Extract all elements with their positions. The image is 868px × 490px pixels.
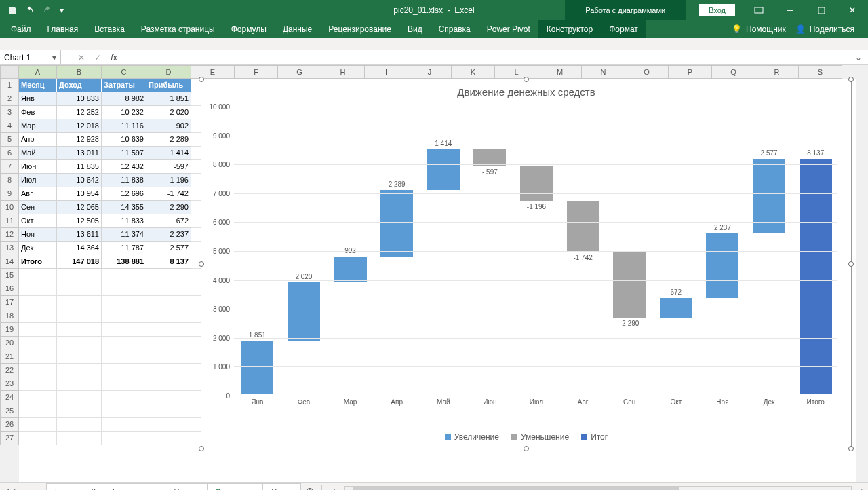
- cell[interactable]: [146, 309, 191, 323]
- cell[interactable]: [57, 309, 102, 323]
- tab-chart-design[interactable]: Конструктор: [538, 20, 601, 38]
- row-header[interactable]: 23: [0, 377, 19, 391]
- cell[interactable]: 12 505: [57, 214, 102, 228]
- cell[interactable]: [102, 418, 146, 432]
- save-icon[interactable]: [4, 2, 20, 18]
- row-header[interactable]: 12: [0, 228, 19, 242]
- cell[interactable]: 12 252: [57, 106, 102, 119]
- cell[interactable]: [19, 269, 57, 282]
- cell[interactable]: [146, 404, 191, 418]
- ribbon-display-icon[interactable]: [743, 0, 774, 20]
- waterfall-bar[interactable]: 1 414: [427, 149, 460, 190]
- column-header[interactable]: O: [625, 65, 669, 79]
- cell[interactable]: 11 838: [102, 174, 146, 187]
- cell[interactable]: -2 290: [146, 201, 191, 214]
- cancel-formula-icon[interactable]: ✕: [73, 53, 90, 62]
- cell[interactable]: 10 639: [102, 133, 146, 147]
- cell[interactable]: 10 954: [57, 187, 102, 201]
- cell[interactable]: [102, 391, 146, 404]
- cell[interactable]: Фев: [19, 106, 57, 119]
- cell[interactable]: [19, 404, 57, 418]
- row-header[interactable]: 3: [0, 106, 19, 119]
- cell[interactable]: [102, 404, 146, 418]
- sheet-next-icon[interactable]: ▸: [14, 486, 18, 490]
- cell[interactable]: [19, 323, 57, 337]
- cell[interactable]: [102, 269, 146, 282]
- column-header[interactable]: S: [799, 65, 842, 79]
- cell[interactable]: 2 237: [146, 228, 191, 242]
- cell[interactable]: [57, 282, 102, 296]
- row-header[interactable]: 16: [0, 282, 19, 296]
- cell[interactable]: [57, 432, 102, 445]
- cell[interactable]: 11 833: [102, 214, 146, 228]
- cell[interactable]: [19, 296, 57, 309]
- waterfall-bar[interactable]: -2 290: [613, 252, 646, 318]
- tab-chart-format[interactable]: Формат: [601, 20, 646, 38]
- column-header[interactable]: B: [57, 65, 102, 79]
- waterfall-bar[interactable]: -1 196: [520, 166, 553, 201]
- close-icon[interactable]: ✕: [837, 0, 868, 20]
- cell[interactable]: [146, 350, 191, 364]
- cell[interactable]: [146, 323, 191, 337]
- column-header[interactable]: E: [191, 65, 235, 79]
- cell[interactable]: 11 374: [102, 228, 146, 242]
- row-header[interactable]: 10: [0, 201, 19, 214]
- resize-handle[interactable]: [524, 446, 529, 451]
- tab-help[interactable]: Справка: [431, 20, 479, 38]
- cell[interactable]: Июл: [19, 174, 57, 187]
- cell[interactable]: -597: [146, 160, 191, 174]
- column-header[interactable]: M: [538, 65, 582, 79]
- cell[interactable]: Сен: [19, 201, 57, 214]
- column-header[interactable]: K: [452, 65, 495, 79]
- chart-title[interactable]: Движение денежных средств: [201, 79, 851, 102]
- column-header[interactable]: J: [408, 65, 452, 79]
- row-header[interactable]: 20: [0, 337, 19, 350]
- cell[interactable]: [57, 364, 102, 377]
- fx-icon[interactable]: fx: [106, 53, 122, 62]
- cell[interactable]: [146, 418, 191, 432]
- column-header[interactable]: F: [235, 65, 278, 79]
- column-header[interactable]: Q: [712, 65, 755, 79]
- tab-review[interactable]: Рецензирование: [320, 20, 399, 38]
- column-header[interactable]: A: [19, 65, 57, 79]
- cell[interactable]: 12 018: [57, 119, 102, 133]
- cell[interactable]: Июн: [19, 160, 57, 174]
- waterfall-bar[interactable]: -1 742: [567, 201, 599, 251]
- cell[interactable]: 1 414: [146, 147, 191, 160]
- row-header[interactable]: 24: [0, 391, 19, 404]
- row-header[interactable]: 11: [0, 214, 19, 228]
- cell[interactable]: 902: [146, 119, 191, 133]
- cell[interactable]: [19, 418, 57, 432]
- cell[interactable]: 11 787: [102, 242, 146, 255]
- cell[interactable]: 138 881: [102, 255, 146, 269]
- tab-powerpivot[interactable]: Power Pivot: [479, 20, 538, 38]
- sheet-tab[interactable]: Ящ …: [262, 483, 301, 491]
- column-header[interactable]: G: [278, 65, 321, 79]
- cell[interactable]: 14 355: [102, 201, 146, 214]
- cell[interactable]: [146, 432, 191, 445]
- cell[interactable]: [146, 296, 191, 309]
- waterfall-bar[interactable]: 2 020: [288, 282, 320, 341]
- row-header[interactable]: 19: [0, 323, 19, 337]
- redo-icon[interactable]: [39, 2, 56, 18]
- sheet-tab[interactable]: Гистограмма: [104, 483, 166, 491]
- row-header[interactable]: 15: [0, 269, 19, 282]
- row-header[interactable]: 13: [0, 242, 19, 255]
- cell[interactable]: [57, 404, 102, 418]
- cell[interactable]: [57, 377, 102, 391]
- cell[interactable]: 11 835: [57, 160, 102, 174]
- column-header[interactable]: D: [146, 65, 191, 79]
- cell[interactable]: [19, 350, 57, 364]
- row-header[interactable]: 21: [0, 350, 19, 364]
- cell[interactable]: Окт: [19, 214, 57, 228]
- row-header[interactable]: 6: [0, 147, 19, 160]
- tab-view[interactable]: Вид: [399, 20, 431, 38]
- plot-area[interactable]: 01 0002 0003 0004 0005 0006 0007 0008 00…: [234, 107, 837, 394]
- row-header[interactable]: 4: [0, 119, 19, 133]
- cell[interactable]: Месяц: [19, 79, 57, 92]
- cell[interactable]: 2 289: [146, 133, 191, 147]
- select-all-corner[interactable]: [0, 65, 19, 79]
- cell[interactable]: 11 116: [102, 119, 146, 133]
- ribbon-collapsed-area[interactable]: [0, 38, 868, 50]
- name-box[interactable]: Chart 1▾: [0, 50, 61, 64]
